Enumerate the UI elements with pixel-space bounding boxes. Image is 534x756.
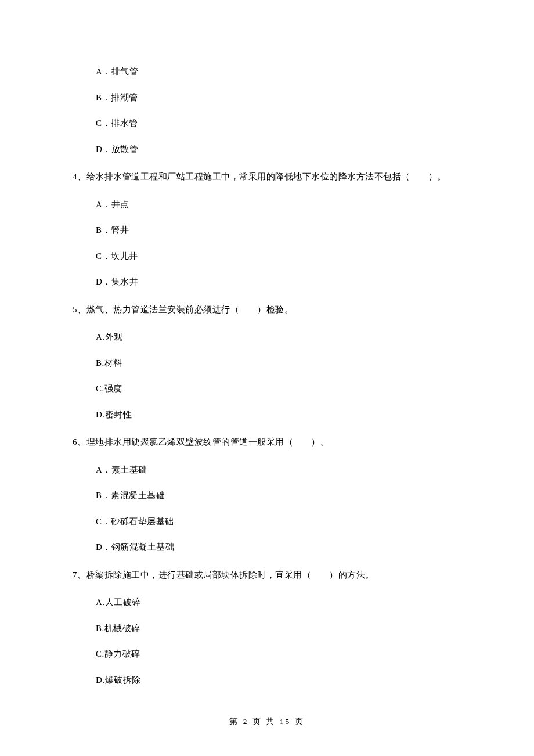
q7-option-d: D.爆破拆除: [96, 674, 461, 687]
q5-option-c: C.强度: [96, 382, 461, 395]
q3-option-a: A．排气管: [96, 65, 461, 78]
q5-option-d: D.密封性: [96, 408, 461, 422]
q3-option-d: D．放散管: [96, 143, 461, 156]
q3-option-c: C．排水管: [96, 117, 461, 130]
question-7: 7、桥梁拆除施工中，进行基础或局部块体拆除时，宜采用（ ）的方法。: [73, 567, 461, 584]
question-6: 6、埋地排水用硬聚氯乙烯双壁波纹管的管道一般采用（ ）。: [73, 434, 461, 451]
q4-option-c: C．坎儿井: [96, 250, 461, 263]
q7-option-b: B.机械破碎: [96, 622, 461, 635]
q4-option-d: D．集水井: [96, 275, 461, 289]
q6-option-c: C．砂砾石垫层基础: [96, 515, 461, 528]
q4-option-b: B．管井: [96, 224, 461, 237]
question-5: 5、燃气、热力管道法兰安装前必须进行（ ）检验。: [73, 301, 461, 318]
q5-option-a: A.外观: [96, 330, 461, 344]
q6-option-a: A．素土基础: [96, 463, 461, 477]
q7-option-c: C.静力破碎: [96, 647, 461, 661]
page-footer: 第 2 页 共 15 页: [0, 717, 534, 727]
q6-option-d: D．钢筋混凝土基础: [96, 541, 461, 554]
q7-option-a: A.人工破碎: [96, 596, 461, 609]
q4-option-a: A．井点: [96, 198, 461, 211]
q5-option-b: B.材料: [96, 357, 461, 370]
q3-option-b: B．排潮管: [96, 91, 461, 105]
page-content: A．排气管 B．排潮管 C．排水管 D．放散管 4、给水排水管道工程和厂站工程施…: [0, 0, 534, 686]
question-4: 4、给水排水管道工程和厂站工程施工中，常采用的降低地下水位的降水方法不包括（ ）…: [73, 168, 461, 185]
q6-option-b: B．素混凝土基础: [96, 489, 461, 502]
